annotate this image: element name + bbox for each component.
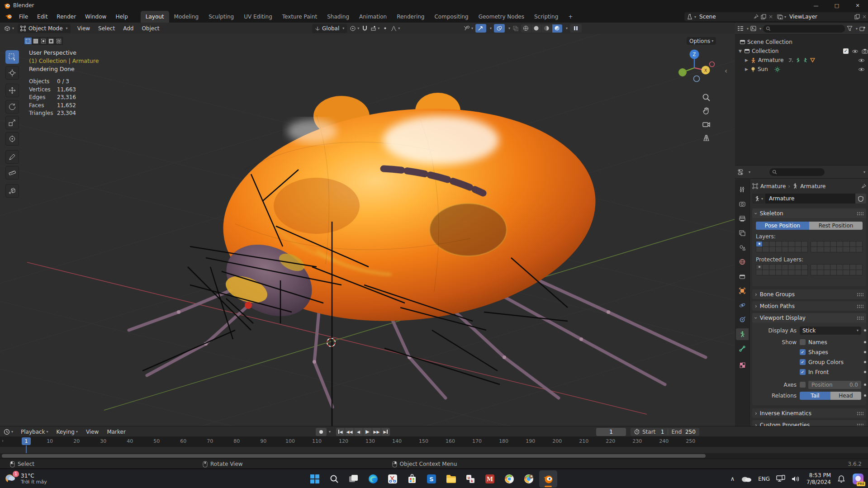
group-colors-checkbox[interactable]	[800, 359, 806, 365]
microsoft-store-icon[interactable]	[403, 470, 421, 488]
tool-measure[interactable]	[5, 166, 19, 180]
ruler-frame-label[interactable]: 40	[127, 438, 133, 444]
select-lasso-button[interactable]	[47, 37, 55, 45]
overlays-toggle[interactable]	[494, 24, 505, 33]
menu-window[interactable]: Window	[81, 11, 111, 23]
bone-layer-cell[interactable]	[802, 242, 807, 246]
skeleton-panel-header[interactable]: ›Skeleton	[752, 208, 866, 218]
animate-dot[interactable]	[864, 384, 866, 386]
tab-collection-props[interactable]	[736, 270, 749, 282]
play-button[interactable]: ▶	[363, 428, 372, 436]
pin-icon[interactable]	[753, 14, 759, 19]
bone-layer-cell[interactable]	[776, 265, 782, 270]
shading-solid-button[interactable]	[531, 24, 541, 33]
tab-render[interactable]	[736, 198, 749, 210]
collapse-arrow-icon[interactable]: ▶	[745, 67, 748, 71]
notifications-bell-icon[interactable]	[837, 475, 845, 483]
bone-layer-cell[interactable]	[850, 242, 856, 246]
tray-chevron-icon[interactable]: ∧	[730, 475, 735, 482]
axes-position-field[interactable]: Position 0.0	[808, 381, 861, 389]
transform-orientation-dropdown[interactable]: Global ▾	[312, 24, 347, 33]
outliner-row-sun[interactable]: ▶ Sun	[735, 65, 868, 74]
keying-set-chevron[interactable]: ▾	[329, 430, 331, 434]
ruler-frame-label[interactable]: 30	[100, 438, 106, 444]
bone-layer-cell[interactable]	[782, 270, 788, 275]
rest-position-button[interactable]: Rest Position	[809, 222, 863, 230]
tool-cursor[interactable]	[5, 66, 19, 80]
ruler-frame-label[interactable]: 20	[73, 438, 80, 444]
bone-layer-cell[interactable]	[802, 270, 807, 275]
next-keyframe-button[interactable]: ▶▶	[372, 428, 381, 436]
inverse-kinematics-panel[interactable]: ›Inverse Kinematics	[752, 408, 866, 418]
bone-layer-cell[interactable]	[782, 265, 788, 270]
shading-dropdown[interactable]: ▾	[564, 26, 568, 30]
search-button[interactable]	[325, 470, 343, 488]
collection-checkbox[interactable]: ✓	[843, 48, 849, 54]
timeline-ruler[interactable]: › 10203040506070809010011012013014015016…	[0, 436, 868, 447]
names-checkbox[interactable]	[800, 339, 806, 345]
ruler-frame-label[interactable]: 210	[579, 438, 588, 444]
snap-settings-dropdown[interactable]: ▾	[370, 25, 379, 31]
scene-name[interactable]: Scene	[699, 14, 716, 20]
bone-layer-cell[interactable]	[788, 247, 794, 252]
selectability-visibility-dropdown[interactable]: ▾	[463, 25, 473, 31]
panel-grip[interactable]	[857, 412, 863, 415]
tool-select-box[interactable]	[5, 50, 19, 64]
edge-icon[interactable]	[364, 470, 382, 488]
jump-to-end-button[interactable]: ▶	[381, 428, 390, 436]
tool-transform[interactable]	[5, 132, 19, 146]
tool-rotate[interactable]	[5, 100, 19, 114]
bone-layer-cell[interactable]	[788, 270, 794, 275]
ruler-frame-label[interactable]: 100	[285, 438, 295, 444]
select-intersect-button[interactable]	[55, 37, 63, 45]
gizmos-toggle[interactable]	[475, 24, 486, 33]
copilot-button[interactable]: PRE	[852, 473, 864, 485]
panel-grip[interactable]	[857, 304, 863, 308]
scene-icon[interactable]	[687, 14, 693, 20]
bone-layer-cell[interactable]	[843, 265, 849, 270]
tab-compositing[interactable]: Compositing	[429, 11, 473, 23]
tab-constraints[interactable]	[736, 314, 749, 326]
ruler-frame-label[interactable]: 120	[339, 438, 348, 444]
ruler-frame-label[interactable]: 180	[499, 438, 508, 444]
hide-eye-icon[interactable]	[852, 49, 859, 54]
filter-funnel-icon[interactable]	[847, 26, 853, 31]
start-frame-field[interactable]: Start 1	[642, 429, 664, 435]
overlays-dropdown[interactable]: ▾	[507, 26, 510, 30]
region-expand-arrow[interactable]: ›	[2, 438, 4, 443]
bone-layer-cell[interactable]	[811, 265, 817, 270]
toggle-grid-icon[interactable]	[702, 134, 711, 142]
timeline-menu-view[interactable]: View	[82, 426, 103, 437]
bone-layer-cell[interactable]	[856, 265, 862, 270]
pause-render-button[interactable]	[570, 24, 582, 33]
use-preview-range-icon[interactable]	[634, 429, 640, 435]
ruler-frame-label[interactable]: 140	[392, 438, 402, 444]
animate-dot[interactable]	[864, 351, 866, 353]
weather-widget[interactable]: 1 31°C Trời ít mây	[4, 472, 47, 486]
tab-sculpting[interactable]: Sculpting	[204, 11, 239, 23]
pin-id-icon[interactable]	[861, 184, 866, 189]
in-front-checkbox[interactable]	[800, 369, 806, 375]
editor-type-icon[interactable]: ▾	[4, 25, 14, 32]
bone-layer-cell[interactable]	[856, 247, 862, 252]
animate-dot[interactable]	[864, 361, 866, 363]
bone-layer-cell[interactable]	[795, 242, 801, 246]
viewport-display-header[interactable]: ›Viewport Display	[752, 313, 866, 322]
tab-shading[interactable]: Shading	[322, 11, 354, 23]
tab-world[interactable]	[736, 256, 749, 268]
onedrive-icon[interactable]	[741, 475, 752, 482]
bone-layer-cell[interactable]	[763, 247, 768, 252]
tab-texture[interactable]	[736, 359, 749, 371]
bone-layer-cell[interactable]	[843, 270, 849, 275]
current-frame-field[interactable]: 1	[596, 428, 626, 436]
add-workspace-button[interactable]: +	[563, 11, 578, 23]
animate-dot[interactable]	[864, 329, 866, 332]
maximize-button[interactable]: □	[826, 0, 847, 11]
task-view-button[interactable]	[345, 470, 363, 488]
pose-position-button[interactable]: Pose Position	[756, 222, 809, 230]
proportional-editing-toggle[interactable]	[382, 25, 388, 31]
timeline-scrollbar[interactable]	[0, 453, 868, 459]
panel-grip[interactable]	[857, 293, 863, 296]
shading-rendered-button[interactable]	[552, 24, 562, 33]
bone-layer-cell[interactable]	[824, 242, 830, 246]
